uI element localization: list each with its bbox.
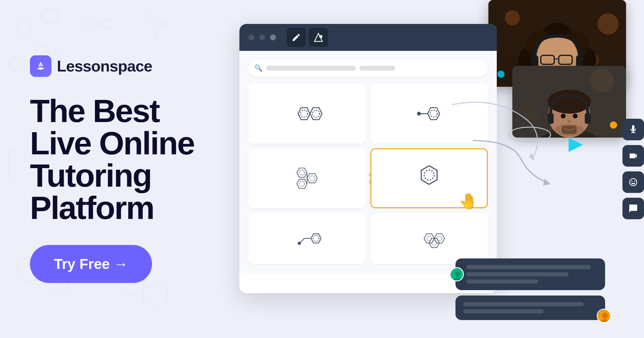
svg-point-63	[300, 110, 308, 117]
whiteboard-toolbar	[287, 28, 328, 47]
headline-line4: Platform	[30, 192, 203, 224]
try-free-button[interactable]: Try Free →	[30, 245, 152, 283]
svg-point-74	[299, 181, 304, 186]
chat-line-1a	[466, 265, 591, 269]
video-thumbnail-2	[512, 66, 626, 138]
svg-marker-61	[298, 108, 310, 120]
whiteboard-ui: 🔍	[239, 24, 497, 293]
chat-bubble-1	[455, 258, 605, 290]
svg-marker-91	[569, 138, 583, 152]
svg-point-72	[299, 170, 304, 175]
headline-line1: The Best	[30, 95, 203, 127]
svg-point-56	[561, 114, 566, 118]
molecule-cell-3[interactable]	[248, 148, 366, 208]
svg-point-48	[590, 69, 614, 93]
molecule-cell-6[interactable]	[370, 213, 488, 264]
chat-line-2a	[463, 302, 584, 306]
svg-point-83	[298, 242, 301, 245]
pencil-tool[interactable]	[287, 28, 306, 47]
arrow-decoration-1	[467, 135, 557, 194]
search-icon: 🔍	[254, 64, 262, 72]
svg-marker-73	[297, 179, 307, 188]
chat-line-2b	[463, 309, 544, 313]
svg-point-60	[319, 35, 323, 38]
search-bar-placeholder	[266, 66, 356, 71]
brand-name: Lessonspace	[57, 57, 152, 75]
chat-button[interactable]	[622, 198, 644, 219]
chat-avatar-2	[597, 309, 611, 323]
emoji-button[interactable]	[622, 171, 644, 193]
svg-point-87	[427, 236, 431, 240]
cursor-hand: 🤚	[458, 192, 478, 210]
left-panel: Lessonspace The Best Live Online Tutorin…	[0, 0, 227, 338]
headline: The Best Live Online Tutoring Platform	[30, 95, 203, 224]
molecule-grid: 🤚	[248, 84, 488, 208]
chat-lines-2	[463, 302, 597, 313]
molecule-cell-1[interactable]	[248, 84, 366, 144]
svg-marker-90	[543, 179, 551, 185]
svg-rect-54	[548, 113, 554, 124]
window-dot-1	[248, 34, 254, 40]
headline-line3: Tutoring	[30, 159, 203, 192]
whiteboard-header	[239, 24, 497, 51]
side-controls	[622, 119, 644, 219]
svg-point-30	[505, 10, 520, 25]
logo-row: Lessonspace	[30, 55, 203, 77]
chat-avatar-1	[449, 267, 464, 281]
svg-point-31	[598, 13, 619, 34]
molecule-grid-row2	[248, 213, 488, 264]
svg-point-57	[573, 114, 578, 118]
svg-marker-62	[310, 108, 322, 120]
chat-line-1c	[466, 279, 538, 284]
search-extra-bar	[359, 66, 395, 71]
window-dot-3	[270, 34, 276, 40]
microphone-button[interactable]	[622, 119, 644, 140]
svg-rect-55	[585, 113, 591, 124]
svg-point-66	[430, 110, 437, 117]
svg-point-64	[312, 110, 320, 117]
camera-button[interactable]	[622, 145, 644, 167]
svg-point-70	[310, 176, 315, 181]
status-dot-orange	[610, 121, 617, 129]
svg-rect-45	[531, 55, 538, 67]
right-panel: 🔍	[227, 0, 644, 338]
svg-marker-71	[297, 168, 307, 177]
svg-point-93	[455, 271, 461, 277]
status-dot-teal	[497, 71, 505, 78]
page-wrapper: Lessonspace The Best Live Online Tutorin…	[0, 0, 644, 338]
svg-marker-69	[307, 174, 317, 183]
svg-point-80	[313, 235, 319, 242]
svg-rect-46	[576, 55, 583, 67]
headline-line2: Live Online	[30, 127, 203, 159]
logo-icon	[30, 55, 51, 77]
whiteboard-body: 🔍	[239, 51, 497, 273]
svg-point-49	[521, 105, 539, 123]
svg-line-82	[301, 238, 305, 242]
window-dot-2	[259, 34, 265, 40]
chat-panel	[455, 258, 605, 320]
cyan-arrow-pointer	[569, 138, 587, 156]
svg-point-68	[417, 112, 420, 115]
whiteboard-search[interactable]: 🔍	[248, 60, 488, 77]
shapes-tool[interactable]	[309, 28, 328, 47]
chat-bubble-2	[455, 296, 605, 320]
chat-lines-1	[463, 265, 597, 284]
svg-point-96	[602, 313, 608, 319]
chat-line-1b	[466, 272, 569, 276]
molecule-cell-5[interactable]	[248, 213, 366, 264]
svg-marker-65	[428, 108, 440, 120]
svg-point-78	[424, 170, 434, 180]
